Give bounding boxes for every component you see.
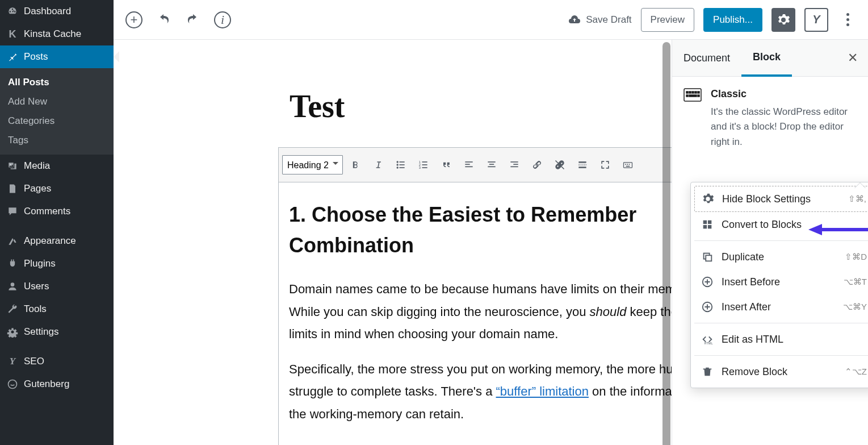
more-options-button[interactable]: [837, 10, 858, 30]
content-link[interactable]: “buffer” limitation: [496, 384, 589, 398]
undo-button[interactable]: [153, 10, 174, 30]
insert-more-button[interactable]: [572, 155, 593, 175]
sidebar-label: Users: [24, 281, 49, 292]
users-icon: [7, 281, 18, 292]
format-select[interactable]: Heading 2: [282, 155, 343, 174]
svg-rect-24: [578, 161, 586, 163]
sidebar-item-appearance[interactable]: Appearance: [0, 230, 114, 252]
menu-insert-before[interactable]: Insert Before ⌥⌘T: [694, 269, 868, 294]
list-ol-icon: 123: [418, 159, 429, 170]
more-tag-icon: [577, 159, 588, 170]
unlink-button[interactable]: [550, 155, 570, 175]
menu-shortcut: ⇧⌘,: [848, 194, 866, 204]
svg-rect-44: [708, 225, 711, 228]
svg-rect-41: [703, 221, 707, 224]
classic-content[interactable]: 1. Choose the Easiest to Remember Combin…: [278, 182, 672, 445]
sidebar-sub-item[interactable]: All Posts: [0, 73, 114, 92]
svg-point-1: [11, 331, 14, 334]
keyboard-button[interactable]: [618, 155, 638, 175]
content-heading[interactable]: 1. Choose the Easiest to Remember Combin…: [289, 199, 672, 261]
svg-rect-30: [629, 164, 630, 165]
sidebar-item-pages[interactable]: Pages: [0, 177, 114, 200]
sidebar-item-dashboard[interactable]: Dashboard: [0, 0, 114, 23]
post-title-input[interactable]: Test: [290, 88, 672, 124]
format-select-wrap[interactable]: Heading 2: [282, 155, 343, 174]
menu-shortcut: ⇧⌘D: [845, 252, 867, 262]
svg-rect-33: [686, 92, 688, 93]
scrollbar[interactable]: [662, 42, 670, 445]
sidebar-label: Kinsta Cache: [24, 28, 81, 40]
svg-point-0: [10, 164, 11, 165]
sidebar-sub-item[interactable]: Add New: [0, 92, 114, 111]
yoast-y-icon: Y: [812, 13, 820, 26]
duplicate-icon: [701, 251, 714, 263]
tab-document[interactable]: Document: [672, 41, 741, 76]
menu-hide-settings[interactable]: Hide Block Settings ⇧⌘,: [694, 186, 868, 212]
block-title: Classic: [711, 88, 857, 100]
quote-button[interactable]: [436, 155, 456, 175]
unlink-icon: [554, 159, 565, 170]
link-button[interactable]: [527, 155, 547, 175]
svg-rect-27: [624, 163, 632, 168]
admin-sidebar: Dashboard K Kinsta Cache Posts All Posts…: [0, 0, 114, 445]
align-center-icon: [486, 159, 497, 170]
menu-duplicate[interactable]: Duplicate ⇧⌘D: [694, 244, 868, 269]
svg-rect-17: [465, 167, 472, 168]
align-left-button[interactable]: [459, 155, 479, 175]
sidebar-item-plugins[interactable]: Plugins: [0, 252, 114, 275]
info-icon: i: [214, 11, 231, 28]
menu-edit-html[interactable]: HTML Edit as HTML: [694, 327, 868, 352]
menu-remove-block[interactable]: Remove Block ⌃⌥Z: [694, 359, 868, 384]
svg-rect-38: [686, 95, 688, 97]
svg-rect-34: [689, 92, 691, 93]
tab-block[interactable]: Block: [741, 40, 792, 77]
publish-button[interactable]: Publish...: [703, 8, 762, 32]
content-paragraph[interactable]: Specifically, the more stress you put on…: [289, 358, 672, 426]
sidebar-item-media[interactable]: Media: [0, 155, 114, 177]
svg-rect-21: [510, 161, 518, 163]
menu-insert-after[interactable]: Insert After ⌥⌘Y: [694, 294, 868, 319]
sidebar-item-users[interactable]: Users: [0, 275, 114, 298]
quote-icon: [441, 159, 452, 170]
fullscreen-button[interactable]: [595, 155, 615, 175]
sidebar-sub-item[interactable]: Categories: [0, 111, 114, 131]
save-draft-button[interactable]: Save Draft: [568, 13, 631, 27]
classic-toolbar: Heading 2 123: [278, 147, 672, 182]
classic-block[interactable]: Heading 2 123: [278, 147, 672, 445]
sidebar-item-tools[interactable]: Tools: [0, 298, 114, 321]
settings-panel-toggle[interactable]: [771, 8, 795, 32]
redo-button[interactable]: [183, 10, 203, 30]
panel-close-button[interactable]: ✕: [837, 51, 868, 65]
bold-button[interactable]: [345, 155, 366, 175]
panel-tabs: Document Block ✕: [672, 40, 868, 77]
svg-rect-16: [465, 164, 469, 165]
preview-button[interactable]: Preview: [641, 8, 694, 32]
align-center-button[interactable]: [481, 155, 502, 175]
menu-label: Duplicate: [722, 251, 764, 263]
sidebar-sub-item[interactable]: Tags: [0, 131, 114, 150]
ul-button[interactable]: [391, 155, 411, 175]
keyboard-icon: [622, 159, 634, 170]
editor-canvas[interactable]: Test Heading 2 123: [114, 40, 672, 445]
sidebar-item-settings[interactable]: Settings: [0, 321, 114, 343]
plus-icon: +: [125, 11, 142, 28]
info-button[interactable]: i: [212, 10, 233, 30]
svg-rect-26: [578, 167, 586, 168]
media-icon: [7, 160, 18, 172]
menu-label: Hide Block Settings: [722, 193, 811, 205]
italic-button[interactable]: [368, 155, 388, 175]
content-paragraph[interactable]: Domain names came to be because humans h…: [289, 278, 672, 346]
add-block-button[interactable]: +: [124, 10, 144, 30]
yoast-panel-toggle[interactable]: Y: [804, 8, 828, 32]
plugins-icon: [7, 258, 18, 269]
sidebar-item-posts[interactable]: Posts: [0, 45, 114, 68]
svg-rect-25: [578, 164, 586, 165]
align-right-button[interactable]: [504, 155, 525, 175]
sidebar-item-kinsta[interactable]: K Kinsta Cache: [0, 23, 114, 45]
sidebar-item-gutenberg[interactable]: Gutenberg: [0, 373, 114, 396]
ol-button[interactable]: 123: [413, 155, 434, 175]
sidebar-item-seo[interactable]: Y SEO: [0, 350, 114, 373]
fullscreen-icon: [599, 159, 611, 170]
sidebar-item-comments[interactable]: Comments: [0, 200, 114, 223]
svg-rect-20: [488, 167, 495, 168]
